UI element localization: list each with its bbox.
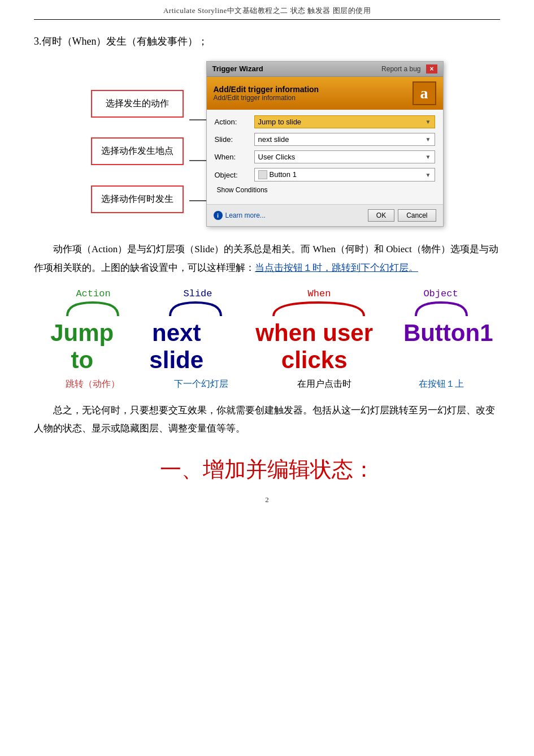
chinese-when: 在用户点击时 — [273, 378, 375, 390]
chinese-action: 跳转（动作） — [56, 378, 129, 390]
tw-when-row: When: User Clicks ▼ — [215, 150, 435, 163]
tw-slide-label: Slide: — [215, 135, 254, 144]
tw-footer: i Learn more... OK Cancel — [207, 204, 443, 226]
tw-title: Trigger Wizard — [212, 64, 263, 73]
tw-object-label: Object: — [215, 171, 254, 179]
tw-header-sub: Add/Edit trigger information — [214, 94, 319, 102]
concept-label-action: Action — [59, 288, 127, 299]
tw-slide-select[interactable]: next slide ▼ — [254, 133, 435, 146]
page-header: Articulate Storyline中文基础教程之二 状态 触发器 图层的使… — [34, 0, 500, 20]
tw-ok-button[interactable]: OK — [368, 209, 394, 222]
concept-label-slide: Slide — [164, 288, 232, 299]
chinese-slide: 下一个幻灯层 — [159, 378, 244, 390]
tw-titlebar: Trigger Wizard Report a bug × — [207, 62, 443, 77]
tw-object-row: Object: Button 1 ▼ — [215, 168, 435, 182]
section-3-title: 3.何时（When）发生（有触发事件）； — [34, 33, 500, 50]
tw-header-text: Add/Edit trigger information Add/Edit tr… — [214, 85, 319, 102]
body-paragraph-1: 动作项（Action）是与幻灯层项（Slide）的关系总是相关。而 When（何… — [34, 240, 500, 277]
tw-action-select[interactable]: Jump to slide ▼ — [254, 115, 435, 128]
trigger-wizard-dialog: Trigger Wizard Report a bug × Add/Edit t… — [206, 61, 444, 227]
link-text[interactable]: 当点击按钮１时，跳转到下个幻灯层。 — [255, 262, 418, 273]
tw-action-arrow: ▼ — [426, 119, 431, 125]
tw-close-button[interactable]: × — [426, 64, 437, 74]
tw-action-row: Action: Jump to slide ▼ — [215, 115, 435, 128]
tw-header-title: Add/Edit trigger information — [214, 85, 319, 94]
tw-when-arrow: ▼ — [426, 154, 431, 160]
header-title: Articulate Storyline中文基础教程之二 状态 触发器 图层的使… — [163, 6, 371, 15]
tw-cancel-button[interactable]: Cancel — [398, 209, 436, 222]
word-button1: Button1 — [403, 319, 493, 347]
tw-buttons: OK Cancel — [368, 209, 436, 222]
tw-body: Action: Jump to slide ▼ Slide: next slid… — [207, 110, 443, 205]
section-heading: 一、增加并编辑状态： — [34, 455, 500, 484]
label-when: 选择动作何时发生 — [91, 185, 184, 213]
left-labels: 选择发生的动作 选择动作发生地点 选择动作何时发生 — [91, 61, 184, 227]
tw-slide-row: Slide: next slide ▼ — [215, 133, 435, 146]
tw-header-icon: a — [413, 81, 436, 105]
concept-label-object: Object — [407, 288, 475, 299]
tw-show-conditions[interactable]: Show Conditions — [217, 186, 435, 194]
label-action: 选择发生的动作 — [91, 90, 184, 118]
word-next-slide: next slide — [128, 319, 225, 374]
tw-slide-arrow: ▼ — [426, 136, 431, 142]
tw-header: Add/Edit trigger information Add/Edit tr… — [207, 77, 443, 110]
tw-when-select[interactable]: User Clicks ▼ — [254, 150, 435, 163]
page-number: 2 — [34, 495, 500, 504]
tw-when-label: When: — [215, 153, 254, 161]
tw-info-icon: i — [214, 211, 223, 220]
label-slide: 选择动作发生地点 — [91, 137, 184, 165]
brace-action — [62, 300, 124, 317]
object-icon — [258, 170, 267, 179]
tw-learn-more[interactable]: i Learn more... — [214, 211, 266, 220]
concept-diagram: Action Slide When Object — [41, 288, 493, 390]
concept-label-when: When — [268, 288, 370, 299]
tw-report-bug[interactable]: Report a bug — [381, 65, 420, 73]
brace-when — [268, 300, 370, 317]
chinese-object: 在按钮１上 — [405, 378, 478, 390]
tw-titlebar-right: Report a bug × — [381, 64, 437, 74]
word-when-user-clicks: when user clicks — [230, 319, 399, 374]
diagram-area: 选择发生的动作 选择动作发生地点 选择动作何时发生 — [34, 61, 500, 227]
brace-object — [410, 300, 472, 317]
tw-action-label: Action: — [215, 118, 254, 126]
summary-text: 总之，无论何时，只要想要交互效果，你就需要创建触发器。包括从这一幻灯层跳转至另一… — [34, 401, 500, 438]
tw-object-select[interactable]: Button 1 ▼ — [254, 168, 435, 182]
brace-slide — [164, 300, 227, 317]
tw-object-arrow: ▼ — [426, 172, 431, 178]
word-jump: Jump to — [41, 319, 123, 374]
